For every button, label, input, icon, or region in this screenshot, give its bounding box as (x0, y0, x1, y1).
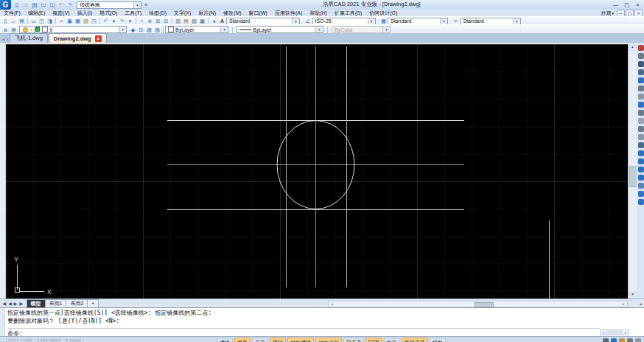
menu-item[interactable]: 窗口(W) (245, 10, 271, 17)
redo-arrow-icon[interactable]: ▾ (127, 18, 134, 24)
layout-nav-icon[interactable]: ◀ (3, 301, 7, 306)
tool-icon[interactable] (638, 191, 644, 197)
restore-button[interactable]: ▢ (622, 1, 631, 9)
tool-icon[interactable] (638, 150, 644, 156)
close-button[interactable]: × (633, 1, 643, 9)
designcenter-icon[interactable]: ▤ (183, 18, 190, 24)
tool-icon[interactable] (638, 126, 644, 132)
toolbar-icon[interactable] (27, 18, 28, 24)
cut-icon[interactable]: × (58, 18, 66, 24)
tab-overflow-left-icon[interactable]: « (2, 37, 4, 41)
block-editor-icon[interactable]: ◳ (91, 18, 98, 24)
tool-icon[interactable] (638, 199, 644, 205)
zoom-window-icon[interactable]: ⊞ (155, 18, 162, 24)
command-window[interactable]: 指定镜像线的第一点[选择镜像线(S)] <选择镜像线>: 指定镜像线的第二点:要… (0, 307, 644, 336)
horizontal-scrollbar[interactable]: ◂ ▸ (328, 301, 628, 307)
save-icon[interactable]: ▤ (31, 1, 39, 9)
layout-tab[interactable]: + (87, 299, 99, 308)
status-toggle-button[interactable]: 捕捉 (217, 338, 233, 342)
undo-arrow-icon[interactable]: ▾ (111, 18, 118, 24)
tool-icon[interactable] (638, 167, 644, 172)
toolbar-icon[interactable] (172, 18, 172, 24)
clean-screen-icon[interactable] (627, 338, 633, 342)
layer-previous-icon[interactable]: ⊟ (138, 27, 145, 33)
tool-icon[interactable] (638, 45, 644, 51)
mleader-style-dropdown[interactable]: Standard ▾ (461, 18, 521, 25)
match-properties-icon[interactable]: ▨ (83, 18, 90, 24)
tool-icon[interactable] (638, 69, 644, 75)
menu-item[interactable]: 应用软件(A) (271, 10, 306, 17)
copy-icon[interactable]: ▣ (66, 18, 74, 24)
doc-restore-button[interactable]: ▢ (626, 10, 634, 17)
linetype-dropdown[interactable]: ByLayer ▾ (237, 26, 323, 33)
tool-icon[interactable] (638, 86, 644, 91)
tool-icon[interactable] (638, 158, 644, 164)
menu-item[interactable]: 协同设计(G) (365, 10, 401, 17)
vertical-scrollbar[interactable]: ▴ ▾ (628, 43, 637, 299)
tool-icon[interactable] (638, 175, 644, 181)
status-toggle-button[interactable]: 对象捕捉 (287, 338, 314, 342)
undo-icon[interactable]: ↶ (57, 1, 66, 9)
status-toggle-button[interactable]: 模型 (430, 338, 446, 342)
tool-icon[interactable] (638, 53, 644, 59)
tool-icon[interactable] (638, 102, 644, 108)
new-file-icon[interactable]: ▯ (13, 1, 21, 9)
tool-icon[interactable] (638, 61, 644, 67)
scroll-left-icon[interactable]: ◂ (601, 330, 606, 335)
text-style-dropdown[interactable]: Standard ▾ (226, 18, 300, 25)
resize-grip-icon[interactable]: ▴ (640, 301, 642, 306)
annotation-scale-icon[interactable] (611, 338, 617, 342)
status-toggle-button[interactable]: 极轴 (270, 338, 286, 342)
menu-item[interactable]: 标注(N) (195, 10, 220, 17)
doc-close-button[interactable]: × (634, 10, 643, 17)
command-scrollbar[interactable]: ◂ ▸ (600, 329, 629, 335)
layer-isolate-icon[interactable]: ▨ (154, 27, 161, 33)
menu-item[interactable]: 编辑(E) (24, 10, 49, 17)
menu-item[interactable]: 插入(I) (74, 10, 97, 17)
horizontal-scroll-thumb[interactable] (475, 302, 494, 307)
scroll-right-icon[interactable]: ▸ (620, 301, 627, 307)
workspace-dropdown[interactable]: 传统界面 ▾ (77, 1, 141, 9)
open-file-icon[interactable]: ▱ (10, 18, 18, 24)
layer-lock-icon[interactable] (35, 27, 40, 32)
publish-icon[interactable]: ◨ (46, 18, 54, 24)
doc-minimize-button[interactable]: — (617, 10, 625, 17)
tab-close-icon[interactable]: × (95, 35, 102, 42)
status-toggle-button[interactable]: 线宽 (384, 338, 400, 342)
workspace-switch-icon[interactable] (619, 338, 625, 342)
toolbar-icon[interactable] (55, 18, 56, 24)
tab-scroll-left-icon[interactable]: ‹ (7, 37, 8, 41)
toolbar-icon[interactable] (208, 18, 209, 24)
status-toggle-button[interactable]: 对象追踪 (315, 338, 342, 342)
menu-item[interactable]: 修改(M) (220, 10, 245, 17)
make-object-layer-current-icon[interactable]: ◆ (130, 27, 137, 33)
menu-item[interactable]: 帮助(H) (306, 10, 331, 17)
zoom-realtime-icon[interactable]: ⊕ (147, 18, 154, 24)
tool-icon[interactable] (638, 183, 644, 189)
file-tab[interactable]: 飞机-1.dwg (10, 33, 48, 43)
tool-icon[interactable] (638, 94, 644, 100)
toolbar-icon[interactable] (99, 18, 100, 24)
menu-extra-icon[interactable]: ≡ (142, 1, 150, 9)
redo-icon[interactable]: ↷ (66, 1, 74, 9)
layer-properties-icon[interactable]: ≣ (2, 27, 10, 33)
scroll-down-icon[interactable]: ▾ (629, 290, 637, 299)
app-logo[interactable]: G (0, 0, 11, 10)
table-style-dropdown[interactable]: Standard ▾ (388, 18, 448, 25)
color-dropdown[interactable]: ByLayer ▾ (165, 26, 228, 33)
scroll-up-icon[interactable]: ▴ (629, 43, 637, 51)
annotation-visibility-icon[interactable] (603, 338, 609, 342)
layout-nav-icon[interactable]: ▶ (19, 301, 23, 306)
menu-item[interactable]: 视图(V) (49, 10, 73, 17)
menu-item[interactable]: 格式(O) (96, 10, 121, 17)
undo-icon[interactable]: ↶ (102, 18, 110, 24)
status-menu-icon[interactable] (635, 338, 641, 342)
preview-icon[interactable]: ◫ (38, 18, 46, 24)
save-icon[interactable]: ▤ (18, 18, 26, 24)
tool-icon[interactable] (638, 77, 644, 83)
layer-freeze-icon[interactable]: ☀ (29, 27, 33, 32)
layout-tab[interactable]: 布局1 (45, 299, 67, 308)
status-toggle-button[interactable]: 栅格 (234, 338, 251, 342)
tool-icon[interactable] (638, 134, 644, 140)
layer-on-icon[interactable] (23, 27, 28, 32)
